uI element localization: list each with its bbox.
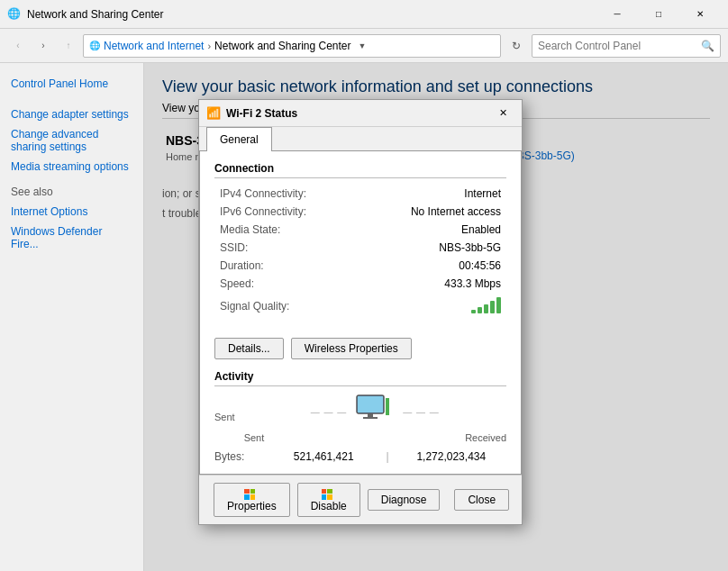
bytes-received: 1,272,023,434 — [396, 450, 506, 463]
disable-button[interactable]: Disable — [297, 483, 360, 517]
sent-dashes: — — — — [311, 407, 348, 417]
received-label-under: Received — [465, 432, 506, 443]
svg-rect-7 — [386, 398, 389, 415]
window-controls: ─ □ ✕ — [596, 0, 721, 29]
signal-quality-bars — [344, 294, 505, 318]
sidebar: Control Panel Home Change adapter settin… — [0, 63, 144, 571]
connection-section-title: Connection — [214, 162, 506, 178]
table-row: Media State: Enabled — [216, 222, 505, 238]
breadcrumb-network-internet[interactable]: Network and Internet — [104, 40, 204, 52]
modal-close-button[interactable]: ✕ — [491, 104, 514, 123]
bytes-divider: | — [386, 450, 388, 463]
field-label-0: IPv4 Connectivity: — [216, 186, 342, 202]
tab-general[interactable]: General — [206, 127, 272, 151]
windows-icon-disable — [322, 489, 332, 500]
refresh-button[interactable]: ↻ — [505, 34, 528, 58]
activity-graphic: Sent — — — — [214, 394, 506, 443]
svg-rect-1 — [358, 396, 383, 412]
modal-title-bar: 📶 Wi-Fi 2 Status ✕ — [199, 100, 522, 127]
modal-body: Connection IPv4 Connectivity: Internet I… — [199, 151, 522, 475]
field-value-0: Internet — [344, 186, 505, 202]
address-bar: 🌐 Network and Internet › Network and Sha… — [83, 34, 501, 58]
activity-section: Activity Sent — — — — [214, 370, 506, 463]
sidebar-change-advanced[interactable]: Change advanced sharing settings — [0, 124, 143, 157]
restore-button[interactable]: □ — [638, 0, 679, 29]
search-box: 🔍 — [532, 34, 721, 58]
field-label-4: Duration: — [216, 258, 342, 274]
sidebar-control-panel-home[interactable]: Control Panel Home — [0, 74, 143, 94]
field-label-3: SSID: — [216, 240, 342, 256]
content-area: View your basic network information and … — [144, 63, 728, 571]
diagnose-button[interactable]: Diagnose — [368, 489, 441, 511]
table-row: Signal Quality: — [216, 294, 505, 318]
sent-side: Sent — [214, 412, 235, 426]
forward-button[interactable]: › — [32, 35, 54, 57]
table-row: Duration: 00:45:56 — [216, 258, 505, 274]
bytes-sent: 521,461,421 — [268, 450, 378, 463]
details-button[interactable]: Details... — [214, 338, 284, 359]
modal-footer: Properties Disable Diagnose Close — [199, 475, 522, 524]
search-input[interactable] — [538, 40, 697, 52]
computer-icon — [352, 394, 397, 431]
properties-button[interactable]: Properties — [214, 483, 290, 517]
toolbar: ‹ › ↑ 🌐 Network and Internet › Network a… — [0, 29, 728, 63]
address-icon: 🌐 — [89, 41, 100, 50]
wireless-properties-button[interactable]: Wireless Properties — [291, 338, 412, 359]
breadcrumb: Network and Internet › Network and Shari… — [104, 40, 351, 52]
breadcrumb-current: Network and Sharing Center — [214, 40, 350, 52]
sidebar-internet-options[interactable]: Internet Options — [0, 202, 143, 222]
wifi-status-modal: 📶 Wi-Fi 2 Status ✕ General Connection IP… — [198, 99, 523, 525]
modal-tabs: General — [199, 127, 522, 151]
field-value-4: 00:45:56 — [344, 258, 505, 274]
back-button[interactable]: ‹ — [7, 35, 29, 57]
field-value-5: 433.3 Mbps — [344, 276, 505, 292]
see-also-title: See also — [0, 177, 143, 202]
sidebar-media-streaming[interactable]: Media streaming options — [0, 157, 143, 177]
title-bar: 🌐 Network and Sharing Center ─ □ ✕ — [0, 0, 728, 29]
modal-wifi-icon: 📶 — [206, 106, 221, 120]
svg-rect-2 — [368, 413, 373, 417]
app-icon: 🌐 — [7, 7, 22, 22]
bytes-label: Bytes: — [214, 450, 268, 463]
windows-icon-properties — [244, 489, 255, 500]
signal-bars — [471, 295, 501, 313]
bar-4 — [490, 301, 495, 313]
sent-label-under: Sent — [244, 432, 265, 443]
table-row: SSID: NBS-3bb-5G — [216, 240, 505, 256]
close-footer-button[interactable]: Close — [454, 489, 509, 511]
window-title: Network and Sharing Center — [27, 8, 596, 21]
sidebar-windows-defender[interactable]: Windows Defender Fire... — [0, 222, 143, 254]
computer-svg — [352, 394, 397, 428]
sent-label: Sent — [214, 412, 235, 422]
field-label-1: IPv6 Connectivity: — [216, 204, 342, 220]
bytes-row: Bytes: 521,461,421 | 1,272,023,434 — [214, 450, 506, 463]
received-dashes: — — — — [403, 407, 440, 417]
bar-3 — [484, 304, 488, 313]
field-value-3: NBS-3bb-5G — [344, 240, 505, 256]
bar-5 — [496, 297, 501, 313]
field-label-5: Speed: — [216, 276, 342, 292]
network-diagram: — — — — [244, 394, 506, 443]
modal-overlay: 📶 Wi-Fi 2 Status ✕ General Connection IP… — [144, 63, 728, 571]
table-row: IPv6 Connectivity: No Internet access — [216, 204, 505, 220]
modal-title: Wi-Fi 2 Status — [226, 107, 491, 120]
sidebar-change-adapter[interactable]: Change adapter settings — [0, 104, 143, 124]
svg-rect-3 — [363, 417, 378, 419]
activity-title: Activity — [214, 370, 506, 386]
minimize-button[interactable]: ─ — [596, 0, 638, 29]
bar-1 — [471, 310, 476, 313]
search-icon: 🔍 — [701, 40, 714, 52]
modal-buttons: Details... Wireless Properties — [214, 331, 506, 363]
close-button[interactable]: ✕ — [679, 0, 721, 29]
address-chevron-icon[interactable]: ▼ — [359, 41, 367, 50]
table-row: Speed: 433.3 Mbps — [216, 276, 505, 292]
breadcrumb-sep-1: › — [207, 41, 211, 51]
connection-info-table: IPv4 Connectivity: Internet IPv6 Connect… — [214, 184, 506, 320]
field-label-2: Media State: — [216, 222, 342, 238]
bar-2 — [478, 307, 482, 313]
up-button[interactable]: ↑ — [58, 35, 79, 57]
field-value-1: No Internet access — [344, 204, 505, 220]
table-row: IPv4 Connectivity: Internet — [216, 186, 505, 202]
main-layout: Control Panel Home Change adapter settin… — [0, 63, 728, 571]
field-label-6: Signal Quality: — [216, 294, 342, 318]
